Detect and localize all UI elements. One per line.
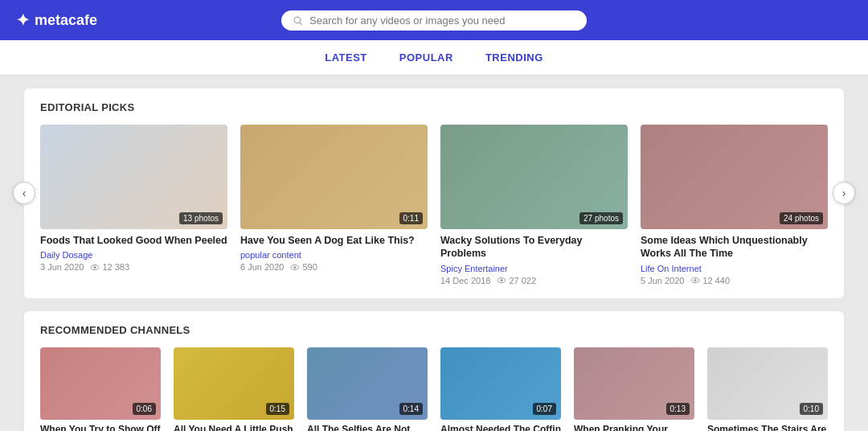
rec-title: All The Selfies Are Not Gold! (307, 424, 428, 432)
main-content: EDITORIAL PICKS ‹ 13 photos Foods That L… (0, 76, 868, 431)
svg-point-3 (94, 266, 96, 269)
card-thumbnail[interactable]: 0:11 (240, 125, 428, 229)
card-meta: 5 Jun 2020 12 440 (641, 276, 828, 285)
rec-title: When Pranking Your Girlfriend Goes Wrong (574, 424, 694, 432)
recommended-card[interactable]: 0:10 Sometimes The Stairs Are Unhealthy … (707, 347, 828, 432)
search-bar[interactable] (281, 10, 587, 31)
carousel-next-button[interactable]: › (833, 182, 855, 204)
editorial-picks-section: EDITORIAL PICKS ‹ 13 photos Foods That L… (24, 88, 844, 298)
rec-badge: 0:15 (266, 403, 289, 415)
recommended-card[interactable]: 0:15 All You Need A Little Push contentg… (174, 347, 294, 432)
rec-thumbnail[interactable]: 0:07 (440, 347, 561, 420)
editorial-card[interactable]: 27 photos Wacky Solutions To Everyday Pr… (440, 125, 628, 285)
rec-thumbnail[interactable]: 0:06 (40, 347, 161, 420)
card-date: 5 Jun 2020 (641, 276, 684, 285)
card-date: 3 Jun 2020 (40, 262, 84, 272)
rec-title: All You Need A Little Push (174, 424, 294, 432)
recommended-card[interactable]: 0:13 When Pranking Your Girlfriend Goes … (574, 347, 694, 432)
card-badge: 27 photos (579, 212, 623, 224)
nav-trending[interactable]: TRENDING (485, 51, 543, 64)
card-meta: 14 Dec 2018 27 022 (440, 276, 628, 285)
editorial-picks-title: EDITORIAL PICKS (40, 101, 828, 113)
card-thumbnail[interactable]: 13 photos (40, 125, 227, 229)
rec-thumbnail[interactable]: 0:15 (174, 347, 294, 420)
card-badge: 13 photos (179, 212, 223, 224)
svg-point-5 (294, 266, 297, 269)
logo-star-icon: ✦ (16, 10, 30, 30)
card-thumbnail[interactable]: 27 photos (440, 125, 628, 229)
main-nav: LATEST POPULAR TRENDING (0, 40, 868, 76)
recommended-card[interactable]: 0:14 All The Selfies Are Not Gold! Daily… (307, 347, 428, 432)
recommended-channels-title: RECOMMENDED CHANNELS (40, 324, 828, 336)
recommended-cards-row: 0:06 When You Try to Show Off Too Much T… (40, 347, 828, 432)
rec-thumbnail[interactable]: 0:14 (307, 347, 428, 420)
card-date: 6 Jun 2020 (240, 262, 284, 272)
search-input[interactable] (309, 14, 575, 27)
rec-title: When You Try to Show Off Too Much (40, 424, 161, 432)
nav-popular[interactable]: POPULAR (399, 51, 453, 64)
card-meta: 3 Jun 2020 12 383 (40, 262, 227, 272)
search-icon (293, 15, 303, 26)
rec-badge: 0:06 (133, 403, 156, 415)
card-title: Have You Seen A Dog Eat Like This? (240, 234, 428, 247)
eye-icon (690, 277, 700, 284)
card-channel[interactable]: Daily Dosage (40, 250, 227, 260)
rec-thumbnail[interactable]: 0:10 (707, 347, 828, 420)
recommended-channels-section: RECOMMENDED CHANNELS 0:06 When You Try t… (24, 311, 844, 432)
svg-line-1 (300, 22, 302, 24)
rec-badge: 0:13 (666, 403, 690, 415)
svg-point-0 (294, 17, 301, 23)
rec-badge: 0:07 (533, 403, 556, 415)
editorial-card[interactable]: 24 photos Some Ideas Which Unquestionabl… (641, 125, 828, 285)
card-title: Wacky Solutions To Everyday Problems (440, 234, 628, 261)
eye-icon (290, 264, 300, 271)
card-title: Some Ideas Which Unquestionably Works Al… (641, 234, 828, 261)
eye-icon (90, 264, 100, 271)
recommended-card[interactable]: 0:06 When You Try to Show Off Too Much T… (40, 347, 161, 432)
card-meta: 6 Jun 2020 590 (240, 262, 428, 272)
recommended-card[interactable]: 0:07 Almost Needed The Coffin Dancers po… (440, 347, 561, 432)
card-views: 12 383 (90, 262, 129, 272)
rec-title: Sometimes The Stairs Are Unhealthy (707, 424, 828, 432)
card-badge: 0:11 (399, 212, 423, 224)
rec-title: Almost Needed The Coffin Dancers (440, 424, 561, 432)
card-thumbnail[interactable]: 24 photos (641, 125, 828, 229)
nav-latest[interactable]: LATEST (325, 51, 367, 64)
card-title: Foods That Looked Good When Peeled (40, 234, 227, 247)
logo-text: metacafe (35, 12, 97, 29)
eye-icon (497, 277, 506, 284)
card-channel[interactable]: Life On Internet (641, 264, 828, 273)
card-date: 14 Dec 2018 (440, 276, 490, 285)
card-channel[interactable]: Spicy Entertainer (440, 264, 628, 273)
carousel-prev-button[interactable]: ‹ (13, 182, 35, 204)
svg-point-9 (694, 279, 697, 281)
rec-thumbnail[interactable]: 0:13 (574, 347, 694, 420)
rec-badge: 0:14 (399, 403, 423, 415)
card-views: 590 (290, 262, 317, 272)
editorial-cards-row: 13 photos Foods That Looked Good When Pe… (40, 125, 828, 285)
editorial-card[interactable]: 13 photos Foods That Looked Good When Pe… (40, 125, 227, 285)
logo[interactable]: ✦ metacafe (16, 10, 97, 30)
editorial-card[interactable]: 0:11 Have You Seen A Dog Eat Like This? … (240, 125, 428, 285)
card-views: 12 440 (690, 276, 730, 285)
card-views: 27 022 (497, 276, 536, 285)
card-badge: 24 photos (780, 212, 823, 224)
header: ✦ metacafe (0, 0, 868, 40)
svg-point-7 (501, 279, 503, 281)
card-channel[interactable]: popular content (240, 250, 428, 260)
rec-badge: 0:10 (800, 403, 823, 415)
